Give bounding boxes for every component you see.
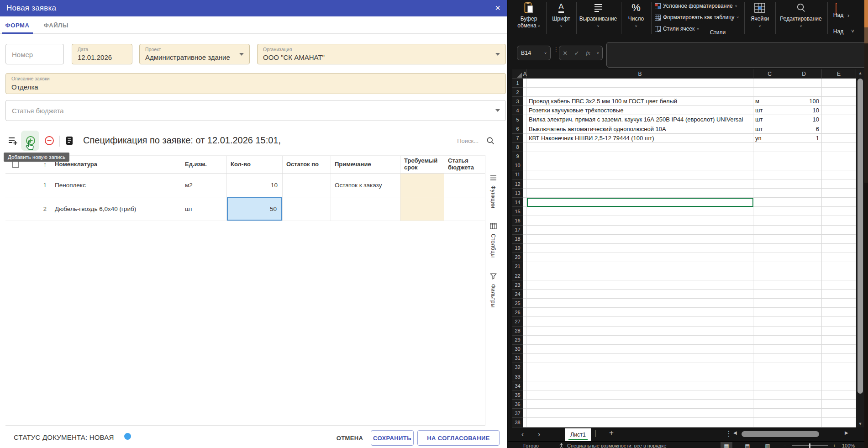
cell-D26[interactable] [786,308,822,317]
cell-D15[interactable] [786,207,822,216]
cell-B10[interactable] [527,161,753,170]
cell-D1[interactable] [786,79,822,88]
row-header-13[interactable]: 13 [512,189,523,198]
cell-A38[interactable] [523,418,527,427]
column-header-B[interactable]: B [527,69,753,79]
cell-E4[interactable] [822,106,856,115]
cell-D13[interactable] [786,189,822,198]
page-break-view-icon[interactable]: ▥ [762,442,773,448]
cell-C1[interactable] [753,79,786,88]
cell-C33[interactable] [753,372,786,381]
row-header-18[interactable]: 18 [512,235,523,244]
cell-B32[interactable] [527,363,753,372]
cell-E33[interactable] [822,372,856,381]
ribbon-number-button[interactable]: % Число˅ [623,0,649,29]
cell-E13[interactable] [822,189,856,198]
cell-C32[interactable] [753,363,786,372]
cell-E26[interactable] [822,308,856,317]
cell-B7[interactable]: КВТ Наконечник НШВИ 2,5-12 79444 (100 шт… [527,134,753,143]
row-header-23[interactable]: 23 [512,280,523,290]
cell-B28[interactable] [527,327,753,336]
normal-view-icon[interactable]: ▦ [721,442,732,448]
cell-D37[interactable] [786,409,822,418]
cell-C2[interactable] [753,88,786,97]
cell-A17[interactable] [523,226,527,235]
cell-C24[interactable] [753,290,786,299]
cell-quantity[interactable]: 10 [226,174,282,197]
insert-function-icon[interactable]: fx [586,49,590,57]
cell-budget-item[interactable] [444,174,485,197]
cell-D6[interactable]: 6 [786,124,822,133]
cell-B16[interactable] [527,216,753,225]
cell-A36[interactable] [523,400,527,409]
cell-A29[interactable] [523,336,527,345]
cell-unit[interactable]: м2 [181,174,226,197]
row-header-11[interactable]: 11 [512,170,523,179]
cell-A37[interactable] [523,409,527,418]
scroll-down-icon[interactable]: ▼ [856,422,864,426]
cell-C19[interactable] [753,244,786,253]
cell-C11[interactable] [753,170,786,179]
row-header-2[interactable]: 2 [512,88,523,97]
selected-cell[interactable]: 50 [227,197,282,221]
cell-A33[interactable] [523,372,527,381]
format-as-table-button[interactable]: Форматировать как таблицу˅ [655,14,739,21]
cell-A21[interactable] [523,262,527,271]
cell-B23[interactable] [527,280,753,290]
cell-B12[interactable] [527,179,753,189]
cell-E25[interactable] [822,299,856,308]
cell-C9[interactable] [753,152,786,161]
cell-E28[interactable] [822,327,856,336]
header-quantity[interactable]: Кол-во [226,156,282,173]
cell-B30[interactable] [527,345,753,354]
row-select-cell[interactable] [5,197,26,221]
cell-E23[interactable] [822,280,856,290]
cell-C8[interactable] [753,143,786,152]
save-button[interactable]: СОХРАНИТЬ [371,430,414,446]
cell-E8[interactable] [822,143,856,152]
row-header-3[interactable]: 3 [512,97,523,106]
zoom-level[interactable]: 100% [842,443,855,448]
cell-C18[interactable] [753,235,786,244]
cell-C14[interactable] [753,198,786,207]
cell-B18[interactable] [527,235,753,244]
cell-B5[interactable]: Вилка электрич. прямая с заземл. каучук … [527,115,753,124]
cell-A24[interactable] [523,290,527,299]
cell-E36[interactable] [822,400,856,409]
cell-E16[interactable] [822,216,856,225]
cell-E17[interactable] [822,226,856,235]
cell-quantity[interactable]: 50 [226,197,282,221]
cell-C28[interactable] [753,327,786,336]
cell-styles-button[interactable]: Стили ячеек˅ [655,26,699,32]
cell-C25[interactable] [753,299,786,308]
cell-C37[interactable] [753,409,786,418]
row-header-14[interactable]: 14 [512,198,523,207]
cell-D12[interactable] [786,179,822,189]
header-nomenclature[interactable]: Номенклатура [51,156,181,173]
row-header-15[interactable]: 15 [512,207,523,216]
row-header-22[interactable]: 22 [512,271,523,280]
row-header-36[interactable]: 36 [512,400,523,409]
cell-C17[interactable] [753,226,786,235]
scrollbar-thumb[interactable] [857,79,863,394]
cell-B3[interactable]: Провод кабель ПВС 3х2.5 мм 100 м ГОСТ цв… [527,97,753,106]
cell-E27[interactable] [822,317,856,326]
description-field[interactable]: Описание заявки Отделка [5,73,506,94]
cell-B15[interactable] [527,207,753,216]
cell-B8[interactable] [527,143,753,152]
cell-B35[interactable] [527,390,753,400]
cell-D20[interactable] [786,253,822,262]
cell-B29[interactable] [527,336,753,345]
row-header-29[interactable]: 29 [512,336,523,345]
row-header-5[interactable]: 5 [512,115,523,124]
cell-E31[interactable] [822,354,856,363]
cell-E3[interactable] [822,97,856,106]
row-number[interactable]: 2 [26,197,51,221]
row-header-34[interactable]: 34 [512,381,523,390]
row-header-37[interactable]: 37 [512,409,523,418]
cell-required-date[interactable] [400,174,444,197]
row-header-28[interactable]: 28 [512,327,523,336]
cell-A26[interactable] [523,308,527,317]
cell-D30[interactable] [786,345,822,354]
cell-B13[interactable] [527,189,753,198]
